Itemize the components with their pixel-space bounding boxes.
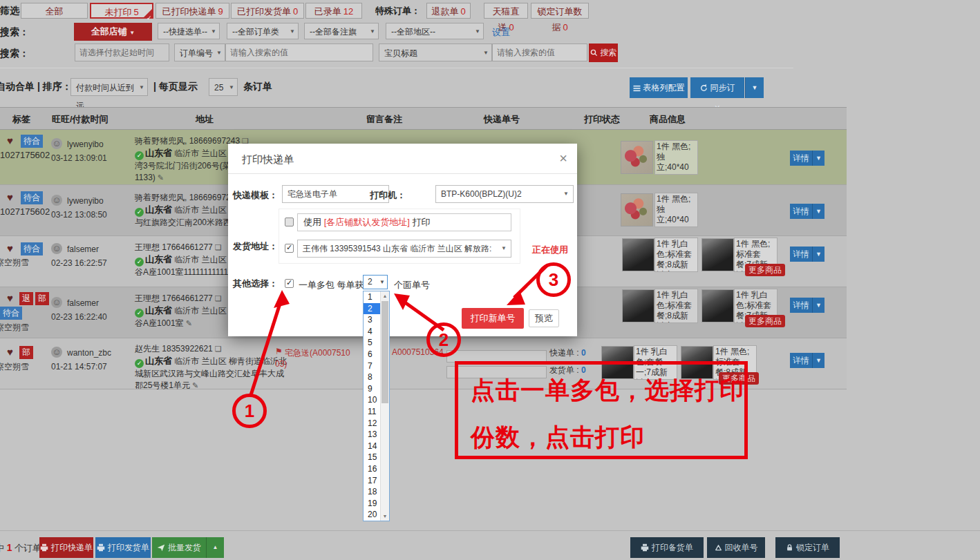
address-checkbox[interactable] — [285, 244, 294, 253]
printer-select[interactable]: BTP-K600(BPLZ)(U)2▼ — [435, 185, 574, 203]
product-image[interactable] — [622, 289, 654, 322]
order-type-dropdown[interactable]: --全部订单类型--▼ — [227, 23, 299, 39]
product-image[interactable] — [621, 193, 653, 226]
detail-button[interactable]: 详情▼ — [790, 247, 824, 262]
quantity-option[interactable]: 5 — [364, 337, 380, 349]
multi-pack-checkbox[interactable] — [285, 279, 294, 288]
page-size-dropdown[interactable]: 25▼ — [209, 78, 238, 96]
buyer-name[interactable]: falsemer — [67, 244, 99, 254]
more-products-badge[interactable]: 更多商品 — [745, 315, 785, 327]
buyer-name[interactable]: lywenyibo — [67, 139, 104, 149]
scrollbar[interactable]: ▲ ▼ — [380, 291, 389, 521]
favorite-icon[interactable]: ♥ — [7, 292, 13, 304]
close-icon[interactable]: × — [559, 151, 567, 166]
favorite-icon[interactable]: ♥ — [7, 191, 13, 203]
default-address-option[interactable]: 使用 [各店铺默认发货地址] 打印 — [297, 213, 511, 231]
quantity-option[interactable]: 6 — [364, 349, 380, 360]
copy-icon[interactable]: ❏ — [215, 345, 222, 353]
quantity-option[interactable]: 13 — [364, 429, 380, 441]
print-express-button[interactable]: 打印快递单 — [39, 537, 93, 558]
quantity-option[interactable]: 2 — [364, 303, 380, 315]
detail-button[interactable]: 详情▼ — [790, 151, 824, 166]
product-image[interactable] — [701, 238, 734, 271]
sort-dropdown[interactable]: 付款时间从近到远▼ — [70, 78, 148, 96]
edit-icon[interactable]: ✎ — [158, 173, 164, 182]
quantity-option[interactable]: 20 — [364, 509, 380, 521]
chevron-down-icon[interactable]: ▼ — [812, 204, 824, 219]
tab-tmall-direct[interactable]: 天猫直送0 — [484, 3, 528, 19]
search-button[interactable]: 搜索 — [589, 44, 618, 62]
tab-all[interactable]: 全部 — [21, 3, 88, 19]
search-field-dropdown[interactable]: 订单编号▼ — [174, 44, 225, 61]
lock-order-button[interactable]: 锁定订单 — [775, 537, 840, 558]
batch-ship-more-button[interactable]: ▲ — [206, 537, 224, 558]
quantity-option[interactable]: 14 — [364, 441, 380, 452]
buyer-name[interactable]: wanton_zbc — [67, 348, 111, 358]
scroll-down-icon[interactable]: ▼ — [381, 512, 389, 521]
scrollbar-thumb[interactable] — [381, 301, 388, 403]
buyer-name[interactable]: lywenyibo — [67, 196, 104, 206]
default-address-checkbox[interactable] — [285, 218, 294, 226]
print-new-number-button[interactable]: 打印新单号 — [462, 308, 524, 329]
tab-recorded[interactable]: 已录单12 — [305, 3, 362, 19]
tab-unprinted[interactable]: 未打印5 ✓ — [90, 3, 153, 19]
quantity-option[interactable]: 15 — [364, 452, 380, 463]
settings-link[interactable]: 设置 — [492, 26, 510, 39]
chevron-down-icon[interactable]: ▼ — [812, 353, 824, 368]
search-value-input[interactable] — [225, 44, 373, 61]
quantity-option[interactable]: 4 — [364, 326, 380, 338]
quantity-option[interactable]: 3 — [364, 314, 380, 326]
quantity-option[interactable]: 19 — [364, 498, 380, 510]
search-value-input-2[interactable] — [492, 44, 587, 61]
title-field-dropdown[interactable]: 宝贝标题▼ — [379, 44, 492, 61]
sync-orders-more-button[interactable]: ▼ — [745, 77, 764, 98]
product-image[interactable] — [621, 141, 653, 174]
shop-filter-button[interactable]: 全部店铺 ▼ — [74, 23, 152, 41]
edit-icon[interactable]: ✎ — [186, 319, 192, 327]
preview-button[interactable]: 预览 — [529, 309, 559, 327]
scroll-up-icon[interactable]: ▲ — [381, 291, 389, 300]
product-image[interactable] — [701, 289, 734, 322]
remark-flag-dropdown[interactable]: --全部备注旗帜--▼ — [304, 23, 379, 39]
quantity-option[interactable]: 10 — [364, 394, 380, 406]
detail-button[interactable]: 详情▼ — [790, 204, 824, 219]
detail-button[interactable]: 详情▼ — [790, 298, 824, 313]
favorite-icon[interactable]: ♥ — [7, 135, 13, 146]
product-image[interactable] — [622, 238, 654, 271]
chevron-down-icon[interactable]: ▼ — [812, 247, 824, 262]
auto-merge-text[interactable]: 自动合单 — [0, 81, 35, 92]
more-products-badge[interactable]: 更多商品 — [745, 264, 785, 276]
quantity-option[interactable]: 17 — [364, 475, 380, 487]
favorite-icon[interactable]: ♥ — [7, 242, 13, 254]
tab-printed-express[interactable]: 已打印快递单9 — [156, 3, 229, 19]
quantity-option[interactable]: 9 — [364, 383, 380, 395]
recycle-number-button[interactable]: 回收单号 — [707, 537, 765, 558]
detail-button[interactable]: 详情▼ — [790, 353, 824, 368]
copy-icon[interactable]: ❏ — [215, 294, 222, 302]
quantity-option[interactable]: 16 — [364, 463, 380, 475]
ship-address-select[interactable]: 王伟伟 13395391543 山东省 临沂市 兰山区 解放路:▼ — [297, 240, 511, 258]
quantity-option[interactable]: 18 — [364, 486, 380, 498]
region-dropdown[interactable]: --全部地区--▼ — [386, 23, 484, 39]
column-config-button[interactable]: 表格列配置 ▼ — [630, 77, 688, 98]
buyer-name[interactable]: falsemer — [67, 298, 99, 308]
print-ship-button[interactable]: 打印发货单 — [95, 537, 151, 558]
quantity-option[interactable]: 7 — [364, 360, 380, 372]
quantity-option[interactable]: 8 — [364, 371, 380, 383]
batch-ship-button[interactable]: 批量发货 — [152, 537, 206, 558]
quantity-option[interactable]: 12 — [364, 418, 380, 429]
sync-orders-button[interactable]: 同步订单 — [690, 77, 744, 98]
pay-date-input[interactable] — [75, 44, 169, 61]
copy-icon[interactable]: ❏ — [215, 243, 222, 251]
chevron-down-icon[interactable]: ▼ — [812, 151, 824, 166]
edit-icon[interactable]: ✎ — [192, 381, 198, 389]
tab-locked-orders[interactable]: 锁定订单数据0 — [531, 3, 589, 19]
tab-printed-ship[interactable]: 已打印发货单0 — [231, 3, 304, 19]
quick-select-dropdown[interactable]: --快捷选单--▼ — [158, 23, 220, 39]
quantity-select[interactable]: 2▼ — [363, 275, 388, 289]
quantity-option[interactable]: 11 — [364, 406, 380, 418]
chevron-down-icon[interactable]: ▼ — [812, 298, 824, 313]
print-stock-button[interactable]: 打印备货单 — [630, 537, 704, 558]
quantity-option[interactable]: 1 — [364, 291, 380, 303]
favorite-icon[interactable]: ♥ — [7, 346, 13, 358]
